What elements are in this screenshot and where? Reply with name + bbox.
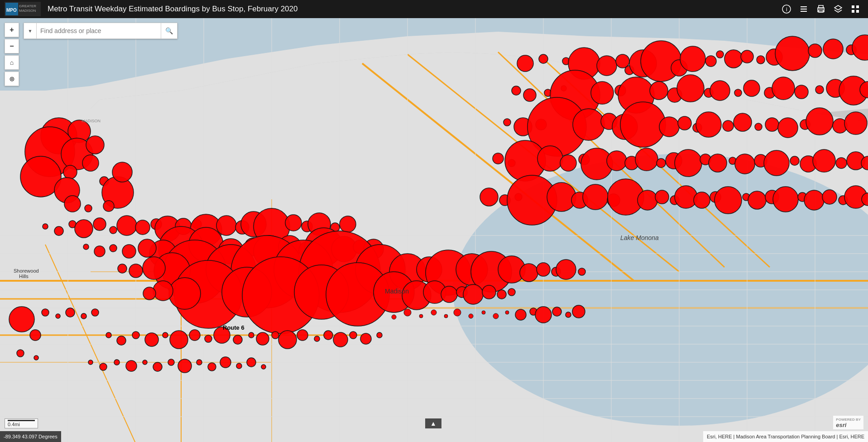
legend-button[interactable] — [796, 1, 812, 17]
svg-point-275 — [81, 313, 86, 319]
search-icon: 🔍 — [165, 27, 173, 34]
svg-point-272 — [42, 309, 49, 316]
map-container[interactable]: Lake Monona Madison Shorewood Hills Rout… — [0, 18, 868, 442]
svg-point-281 — [163, 332, 168, 338]
search-input[interactable] — [37, 23, 161, 38]
svg-point-276 — [91, 309, 99, 316]
svg-point-111 — [678, 116, 691, 130]
svg-point-242 — [773, 187, 798, 212]
svg-point-207 — [635, 148, 658, 171]
svg-point-212 — [709, 154, 727, 172]
svg-point-238 — [715, 187, 742, 214]
svg-point-110 — [659, 117, 679, 137]
svg-point-80 — [512, 86, 521, 95]
attribution: Esri, HERE | Madison Area Transportation… — [703, 431, 868, 442]
svg-point-245 — [822, 190, 837, 204]
svg-point-159 — [340, 216, 356, 232]
svg-point-167 — [94, 246, 105, 257]
svg-point-313 — [30, 330, 41, 341]
svg-text:MADISON: MADISON — [82, 119, 101, 123]
search-dropdown-button[interactable]: ▼ — [24, 23, 37, 38]
chevron-down-icon: ▼ — [28, 29, 33, 34]
svg-point-240 — [748, 191, 766, 209]
zoom-in-button[interactable]: + — [5, 23, 19, 37]
svg-point-68 — [680, 46, 705, 72]
svg-point-282 — [170, 331, 188, 349]
svg-point-151 — [216, 216, 236, 235]
svg-point-193 — [520, 264, 538, 282]
svg-point-227 — [547, 183, 576, 211]
zoom-out-button[interactable]: − — [5, 39, 19, 53]
apps-button[interactable] — [847, 1, 863, 17]
svg-point-205 — [607, 151, 627, 171]
svg-point-141 — [75, 220, 93, 238]
svg-marker-13 — [834, 5, 842, 10]
svg-point-118 — [778, 118, 798, 138]
svg-point-201 — [537, 146, 563, 171]
svg-point-270 — [566, 312, 571, 317]
svg-point-76 — [808, 44, 822, 58]
header-toolbar: i — [778, 1, 863, 17]
svg-text:Route 6: Route 6 — [223, 324, 245, 331]
search-widget: ▼ 🔍 — [24, 23, 177, 39]
search-button[interactable]: 🔍 — [161, 23, 177, 38]
svg-point-297 — [377, 332, 382, 338]
app-header: MPO GREATER MADISON Metro Transit Weekda… — [0, 0, 868, 18]
svg-point-309 — [236, 363, 242, 369]
svg-point-300 — [114, 360, 120, 365]
svg-point-106 — [573, 109, 604, 140]
svg-point-143 — [110, 226, 117, 234]
svg-point-185 — [129, 264, 143, 278]
svg-point-269 — [552, 307, 561, 316]
map-controls: + − ⌂ ◎ — [5, 23, 19, 86]
svg-point-304 — [168, 359, 174, 365]
svg-point-71 — [724, 50, 743, 68]
svg-point-305 — [178, 359, 192, 373]
locate-button[interactable]: ◎ — [5, 72, 19, 86]
svg-point-325 — [505, 311, 509, 314]
svg-point-289 — [272, 332, 279, 339]
svg-point-264 — [497, 290, 506, 299]
svg-point-194 — [537, 263, 550, 276]
home-button[interactable]: ⌂ — [5, 55, 19, 70]
svg-point-229 — [583, 184, 608, 210]
layers-button[interactable] — [830, 1, 846, 17]
svg-point-308 — [220, 357, 231, 368]
svg-point-312 — [9, 307, 34, 332]
svg-point-271 — [572, 305, 585, 318]
svg-point-323 — [482, 311, 485, 314]
svg-point-62 — [597, 56, 617, 76]
svg-point-136 — [85, 205, 92, 212]
svg-point-168 — [83, 244, 89, 250]
svg-point-73 — [757, 56, 765, 64]
info-button[interactable]: i — [778, 1, 795, 17]
svg-point-142 — [93, 218, 106, 231]
svg-text:Lake Monona: Lake Monona — [620, 234, 659, 241]
nav-button[interactable]: ▲ — [425, 418, 441, 428]
svg-rect-15 — [856, 5, 859, 8]
svg-point-122 — [844, 112, 867, 135]
svg-point-59 — [539, 54, 548, 63]
svg-point-94 — [743, 80, 760, 96]
svg-point-255 — [153, 281, 173, 301]
print-button[interactable] — [813, 1, 829, 17]
svg-point-236 — [694, 192, 710, 208]
svg-point-296 — [360, 333, 371, 344]
svg-point-128 — [63, 165, 77, 179]
svg-point-197 — [578, 268, 585, 275]
svg-point-216 — [764, 150, 789, 176]
svg-point-134 — [112, 162, 132, 182]
svg-point-294 — [333, 332, 348, 347]
page-title: Metro Transit Weekday Estimated Boarding… — [48, 5, 778, 14]
svg-rect-14 — [852, 5, 854, 8]
svg-point-198 — [493, 153, 504, 164]
svg-point-322 — [469, 314, 473, 318]
svg-point-318 — [419, 314, 423, 318]
svg-point-286 — [233, 335, 242, 344]
svg-point-85 — [591, 82, 614, 104]
svg-point-184 — [143, 257, 165, 279]
svg-point-274 — [66, 308, 75, 317]
svg-point-208 — [657, 159, 666, 168]
svg-text:Shorewood: Shorewood — [14, 268, 39, 274]
svg-point-196 — [556, 259, 576, 279]
